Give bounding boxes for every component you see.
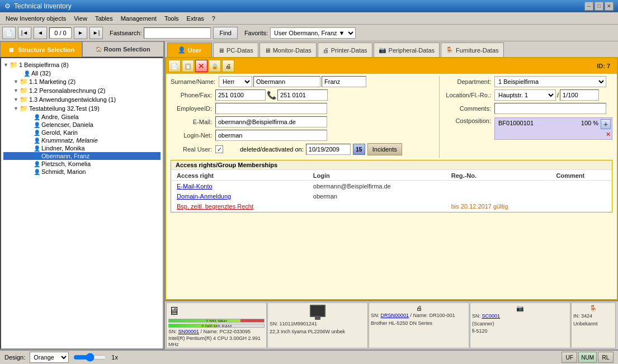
pc-icon-row: 🖥 xyxy=(168,305,265,318)
prev-button[interactable]: ◄ xyxy=(34,27,47,39)
uf-button[interactable]: UF xyxy=(562,352,577,363)
deleted-date-input[interactable] xyxy=(306,144,351,155)
menu-help[interactable]: ? xyxy=(209,14,219,23)
form-new-button[interactable]: 📄 xyxy=(168,60,181,72)
tab-monitor-datas[interactable]: 🖥 Monitor-Datas xyxy=(260,42,317,57)
tree-item-label: Krummnatz, Melanie xyxy=(41,137,98,144)
tab-printer-datas[interactable]: 🖨 Printer-Datas xyxy=(318,42,372,57)
form-id-label: ID: 7 xyxy=(597,63,610,69)
fax-input[interactable] xyxy=(277,89,328,101)
tree-item-t14[interactable]: 👤Schmidt, Marion xyxy=(3,168,161,176)
department-select[interactable]: 1 Beispielfirma xyxy=(494,76,606,87)
tree-item-label: All (32) xyxy=(31,70,51,77)
phone-input[interactable] xyxy=(215,89,266,101)
menu-management[interactable]: Management xyxy=(117,14,160,23)
tree-item-t10[interactable]: 👤Krummnatz, Melanie xyxy=(3,136,161,144)
department-row: Department: 1 Beispielfirma xyxy=(444,76,612,87)
furniture-id-text: IN: 3424 xyxy=(573,313,614,320)
device-card-printer[interactable]: 🖨 SN: DRSN00001 / Name: DR100-001 Brothe… xyxy=(369,302,469,348)
device-card-scanner[interactable]: 📷 SN: SC0001 (Scanner) fi-5120 xyxy=(470,302,570,348)
phone-label: Phone/Fax: xyxy=(171,92,215,98)
email-label: E-Mail: xyxy=(171,119,215,125)
find-button[interactable]: Find xyxy=(213,27,237,39)
tree-item-t12[interactable]: 👤Obermann, Franz xyxy=(3,152,161,160)
printer-icon: 🖨 xyxy=(371,305,467,311)
device-card-pc[interactable]: 🖥 2.991 MHz 2.046 MB RAM SN: SN00001 / N… xyxy=(166,302,267,348)
tree-item-label: Obermann, Franz xyxy=(41,153,89,159)
form-lock-button[interactable]: 🔒 xyxy=(209,60,221,72)
tree-item-t8[interactable]: 👤Gelencser, Daniela xyxy=(3,121,161,129)
right-tab-bar: 👤 User 🖥 PC-Datas 🖥 Monitor-Datas 🖨 Prin… xyxy=(165,41,618,57)
tab-structure-selection[interactable]: ▦ Structure Selection xyxy=(0,41,82,57)
minimize-button[interactable]: ─ xyxy=(584,2,593,11)
menu-tools[interactable]: Tools xyxy=(161,14,182,23)
room-input[interactable] xyxy=(560,89,599,101)
employee-id-input[interactable] xyxy=(215,103,327,114)
real-user-checkbox[interactable]: ✓ xyxy=(215,145,223,153)
new-button[interactable]: 📄 xyxy=(2,27,16,39)
form-print-button[interactable]: 🖨 xyxy=(222,60,234,72)
design-select[interactable]: Orange xyxy=(30,352,69,363)
maximize-button[interactable]: □ xyxy=(595,2,603,11)
location-select[interactable]: Hauptstr. 1 xyxy=(494,89,556,101)
tree-item-t5[interactable]: ▼📁1.3 Anwendungsentwicklung (1) xyxy=(3,95,161,104)
col-login: Login xyxy=(309,171,446,181)
room-icon: 🏠 xyxy=(96,46,102,52)
num-button[interactable]: NUM xyxy=(578,352,597,363)
tree-area[interactable]: ▼📁1 Beispielfirma (8)👤All (32)▼📁1.1 Mark… xyxy=(0,57,164,349)
tree-item-t6[interactable]: ▼📁Testabteilung 32.Test (19) xyxy=(3,104,161,113)
menu-view[interactable]: View xyxy=(70,14,91,23)
pc-icon: 🖥 xyxy=(168,305,180,318)
close-button[interactable]: ✕ xyxy=(605,2,614,11)
cost-add-button[interactable]: + xyxy=(601,119,611,129)
tree-item-label: Schmidt, Marion xyxy=(41,168,86,175)
tree-item-t2[interactable]: 👤All (32) xyxy=(3,69,161,77)
tree-item-t4[interactable]: ▼📁1.2 Personalabrechnung (2) xyxy=(3,86,161,95)
comment-cell xyxy=(551,182,611,191)
tree-item-label: Pietzsch, Kornelia xyxy=(41,160,91,167)
fastsearch-input[interactable] xyxy=(144,27,211,39)
tree-item-t1[interactable]: ▼📁1 Beispielfirma (8) xyxy=(3,60,161,69)
device-card-monitor[interactable]: SN: 11011M9901241 22,3 Inch Iiyama PL220… xyxy=(267,302,368,348)
tree-item-t11[interactable]: 👤Lindner, Monika xyxy=(3,144,161,152)
tab-furniture-datas[interactable]: 🪑 Furniture-Datas xyxy=(441,42,503,57)
first-button[interactable]: |◄ xyxy=(18,27,31,39)
next-button[interactable]: ► xyxy=(74,27,87,39)
device-bar: 🖥 2.991 MHz 2.046 MB RAM SN: SN00001 / N… xyxy=(165,300,618,349)
last-button[interactable]: ►| xyxy=(89,27,103,39)
rl-button[interactable]: RL xyxy=(598,352,614,363)
pc-ram-bar: 2.046 MB RAM xyxy=(168,324,265,328)
login-net-input[interactable] xyxy=(215,130,327,141)
tree-item-t3[interactable]: ▼📁1.1 Marketing (2) xyxy=(3,77,161,86)
real-user-row: Real User: ✓ deleted/deactivated on: 15 … xyxy=(171,143,435,155)
device-card-furniture[interactable]: 🪑 IN: 3424 Unbekannt xyxy=(571,302,616,348)
comments-input[interactable] xyxy=(494,103,606,114)
cost-delete-button[interactable]: ✕ xyxy=(606,131,611,138)
tab-user[interactable]: 👤 User xyxy=(167,42,212,57)
email-input[interactable] xyxy=(215,116,327,127)
color-slider[interactable] xyxy=(73,354,107,361)
tree-item-t13[interactable]: 👤Pietzsch, Kornelia xyxy=(3,160,161,168)
form-copy-button[interactable]: 📋 xyxy=(182,60,194,72)
tab-room-selection[interactable]: 🏠 Room Selection xyxy=(82,41,164,57)
favorits-label: Favorits: xyxy=(244,30,268,36)
salutation-select[interactable]: Herr xyxy=(219,76,252,87)
last-name-input[interactable] xyxy=(253,76,320,87)
first-name-input[interactable] xyxy=(322,76,366,87)
date-picker-button[interactable]: 15 xyxy=(353,144,365,155)
login-cell: obermann@Beispielfirma.de xyxy=(309,182,446,191)
menu-bar: New Inventory objects View Tables Manage… xyxy=(0,12,618,25)
tab-pc-datas[interactable]: 🖥 PC-Datas xyxy=(213,42,258,57)
form-delete-button[interactable]: ✕ xyxy=(195,60,207,72)
tab-peripheral-datas[interactable]: 📷 Peripheral-Datas xyxy=(374,42,440,57)
incidents-button[interactable]: Incidents xyxy=(367,143,402,155)
printer-sn-text: SN: DRSN00001 / Name: DR100-001 xyxy=(371,313,467,319)
menu-tables[interactable]: Tables xyxy=(92,14,116,23)
menu-new-inventory[interactable]: New Inventory objects xyxy=(2,14,69,23)
menu-extras[interactable]: Extras xyxy=(183,14,207,23)
pc-cpu-bar: 2.991 MHz xyxy=(168,319,265,323)
tree-item-t9[interactable]: 👤Gerold, Karin xyxy=(3,129,161,136)
favorits-select[interactable]: User Obermann, Franz ▼ xyxy=(270,27,356,39)
location-row: Location/Fl.-Ro.: Hauptstr. 1 / xyxy=(444,89,612,101)
tree-item-t7[interactable]: 👤Andre, Gisela xyxy=(3,113,161,121)
